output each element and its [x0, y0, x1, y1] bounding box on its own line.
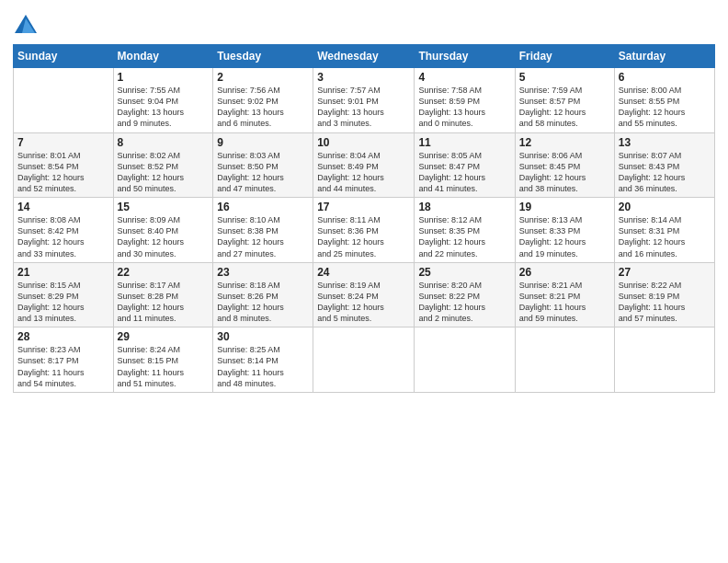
day-info: Sunrise: 8:03 AM Sunset: 8:50 PM Dayligh… [217, 150, 309, 195]
day-info: Sunrise: 8:00 AM Sunset: 8:55 PM Dayligh… [619, 85, 711, 130]
page: SundayMondayTuesdayWednesdayThursdayFrid… [0, 0, 728, 563]
weekday-header-thursday: Thursday [415, 45, 515, 68]
day-cell: 19Sunrise: 8:13 AM Sunset: 8:33 PM Dayli… [515, 198, 614, 263]
day-cell: 21Sunrise: 8:15 AM Sunset: 8:29 PM Dayli… [14, 262, 114, 327]
day-cell: 3Sunrise: 7:57 AM Sunset: 9:01 PM Daylig… [313, 68, 415, 133]
day-cell: 30Sunrise: 8:25 AM Sunset: 8:14 PM Dayli… [213, 327, 313, 393]
day-cell: 22Sunrise: 8:17 AM Sunset: 8:28 PM Dayli… [113, 262, 213, 327]
day-number: 21 [17, 266, 109, 279]
logo-icon [13, 13, 39, 39]
day-info: Sunrise: 8:09 AM Sunset: 8:40 PM Dayligh… [118, 214, 210, 259]
day-cell [415, 327, 515, 393]
day-cell: 14Sunrise: 8:08 AM Sunset: 8:42 PM Dayli… [14, 198, 114, 263]
day-info: Sunrise: 8:18 AM Sunset: 8:26 PM Dayligh… [217, 280, 309, 325]
day-cell: 4Sunrise: 7:58 AM Sunset: 8:59 PM Daylig… [415, 68, 515, 133]
day-number: 5 [519, 71, 610, 84]
day-number: 11 [418, 136, 510, 149]
day-info: Sunrise: 8:24 AM Sunset: 8:15 PM Dayligh… [118, 344, 210, 389]
week-row-3: 21Sunrise: 8:15 AM Sunset: 8:29 PM Dayli… [14, 262, 715, 327]
day-number: 13 [619, 136, 711, 149]
day-info: Sunrise: 8:06 AM Sunset: 8:45 PM Dayligh… [519, 150, 610, 195]
day-info: Sunrise: 8:22 AM Sunset: 8:19 PM Dayligh… [619, 280, 711, 325]
day-cell: 8Sunrise: 8:02 AM Sunset: 8:52 PM Daylig… [113, 132, 213, 198]
week-row-1: 7Sunrise: 8:01 AM Sunset: 8:54 PM Daylig… [14, 132, 715, 198]
day-info: Sunrise: 8:07 AM Sunset: 8:43 PM Dayligh… [619, 150, 711, 195]
day-cell: 11Sunrise: 8:05 AM Sunset: 8:47 PM Dayli… [415, 132, 515, 198]
day-cell: 12Sunrise: 8:06 AM Sunset: 8:45 PM Dayli… [515, 132, 614, 198]
day-number: 10 [317, 136, 410, 149]
day-cell: 15Sunrise: 8:09 AM Sunset: 8:40 PM Dayli… [113, 198, 213, 263]
day-number: 25 [418, 266, 510, 279]
day-cell [614, 327, 714, 393]
day-cell: 28Sunrise: 8:23 AM Sunset: 8:17 PM Dayli… [14, 327, 114, 393]
day-cell: 16Sunrise: 8:10 AM Sunset: 8:38 PM Dayli… [213, 198, 313, 263]
day-number: 18 [418, 201, 510, 213]
day-info: Sunrise: 7:56 AM Sunset: 9:02 PM Dayligh… [217, 85, 309, 130]
weekday-header-tuesday: Tuesday [213, 45, 313, 68]
day-info: Sunrise: 8:04 AM Sunset: 8:49 PM Dayligh… [317, 150, 410, 195]
weekday-header-friday: Friday [515, 45, 614, 68]
day-number: 28 [17, 330, 109, 343]
day-info: Sunrise: 8:15 AM Sunset: 8:29 PM Dayligh… [17, 280, 109, 325]
day-info: Sunrise: 8:19 AM Sunset: 8:24 PM Dayligh… [317, 280, 410, 325]
day-cell [515, 327, 614, 393]
day-number: 16 [217, 201, 309, 213]
day-cell: 17Sunrise: 8:11 AM Sunset: 8:36 PM Dayli… [313, 198, 415, 263]
day-cell: 26Sunrise: 8:21 AM Sunset: 8:21 PM Dayli… [515, 262, 614, 327]
day-info: Sunrise: 7:57 AM Sunset: 9:01 PM Dayligh… [317, 85, 410, 130]
day-info: Sunrise: 8:14 AM Sunset: 8:31 PM Dayligh… [619, 214, 711, 259]
header [13, 9, 715, 39]
weekday-header-saturday: Saturday [614, 45, 714, 68]
day-info: Sunrise: 8:17 AM Sunset: 8:28 PM Dayligh… [118, 280, 210, 325]
day-cell: 10Sunrise: 8:04 AM Sunset: 8:49 PM Dayli… [313, 132, 415, 198]
day-cell: 29Sunrise: 8:24 AM Sunset: 8:15 PM Dayli… [113, 327, 213, 393]
weekday-header-row: SundayMondayTuesdayWednesdayThursdayFrid… [14, 45, 715, 68]
day-info: Sunrise: 7:58 AM Sunset: 8:59 PM Dayligh… [418, 85, 510, 130]
day-number: 27 [619, 266, 711, 279]
weekday-header-monday: Monday [113, 45, 213, 68]
day-number: 29 [118, 330, 210, 343]
day-number: 23 [217, 266, 309, 279]
week-row-2: 14Sunrise: 8:08 AM Sunset: 8:42 PM Dayli… [14, 198, 715, 263]
day-number: 20 [619, 201, 711, 213]
day-number: 12 [519, 136, 610, 149]
day-cell: 5Sunrise: 7:59 AM Sunset: 8:57 PM Daylig… [515, 68, 614, 133]
day-cell: 27Sunrise: 8:22 AM Sunset: 8:19 PM Dayli… [614, 262, 714, 327]
day-info: Sunrise: 8:25 AM Sunset: 8:14 PM Dayligh… [217, 344, 309, 389]
day-number: 7 [17, 136, 109, 149]
day-number: 9 [217, 136, 309, 149]
day-number: 22 [118, 266, 210, 279]
day-info: Sunrise: 8:05 AM Sunset: 8:47 PM Dayligh… [418, 150, 510, 195]
day-number: 1 [118, 71, 210, 84]
day-number: 24 [317, 266, 410, 279]
day-cell [313, 327, 415, 393]
day-info: Sunrise: 8:13 AM Sunset: 8:33 PM Dayligh… [519, 214, 610, 259]
day-info: Sunrise: 8:02 AM Sunset: 8:52 PM Dayligh… [118, 150, 210, 195]
day-cell: 20Sunrise: 8:14 AM Sunset: 8:31 PM Dayli… [614, 198, 714, 263]
day-number: 3 [317, 71, 410, 84]
day-info: Sunrise: 8:21 AM Sunset: 8:21 PM Dayligh… [519, 280, 610, 325]
calendar: SundayMondayTuesdayWednesdayThursdayFrid… [13, 44, 715, 393]
weekday-header-sunday: Sunday [14, 45, 114, 68]
day-cell: 24Sunrise: 8:19 AM Sunset: 8:24 PM Dayli… [313, 262, 415, 327]
day-info: Sunrise: 8:01 AM Sunset: 8:54 PM Dayligh… [17, 150, 109, 195]
week-row-4: 28Sunrise: 8:23 AM Sunset: 8:17 PM Dayli… [14, 327, 715, 393]
day-info: Sunrise: 7:59 AM Sunset: 8:57 PM Dayligh… [519, 85, 610, 130]
day-number: 26 [519, 266, 610, 279]
day-number: 8 [118, 136, 210, 149]
logo [13, 13, 41, 39]
day-info: Sunrise: 8:11 AM Sunset: 8:36 PM Dayligh… [317, 214, 410, 259]
day-cell: 9Sunrise: 8:03 AM Sunset: 8:50 PM Daylig… [213, 132, 313, 198]
day-number: 2 [217, 71, 309, 84]
day-number: 4 [418, 71, 510, 84]
day-cell: 1Sunrise: 7:55 AM Sunset: 9:04 PM Daylig… [113, 68, 213, 133]
day-cell: 2Sunrise: 7:56 AM Sunset: 9:02 PM Daylig… [213, 68, 313, 133]
day-cell: 13Sunrise: 8:07 AM Sunset: 8:43 PM Dayli… [614, 132, 714, 198]
day-info: Sunrise: 8:12 AM Sunset: 8:35 PM Dayligh… [418, 214, 510, 259]
day-cell: 23Sunrise: 8:18 AM Sunset: 8:26 PM Dayli… [213, 262, 313, 327]
day-cell: 7Sunrise: 8:01 AM Sunset: 8:54 PM Daylig… [14, 132, 114, 198]
day-info: Sunrise: 7:55 AM Sunset: 9:04 PM Dayligh… [118, 85, 210, 130]
day-cell [14, 68, 114, 133]
day-cell: 25Sunrise: 8:20 AM Sunset: 8:22 PM Dayli… [415, 262, 515, 327]
day-number: 6 [619, 71, 711, 84]
